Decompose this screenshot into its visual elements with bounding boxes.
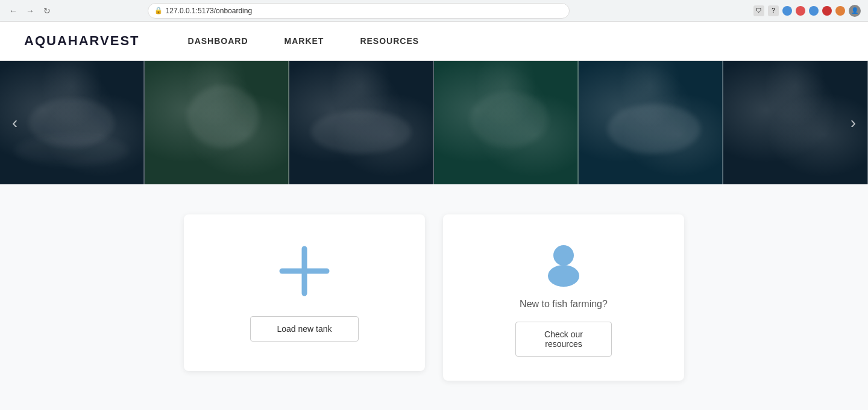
add-tank-card: Load new tank [184, 214, 425, 371]
nav-forward-button[interactable]: → [24, 5, 36, 17]
hero-section: ‹ › [0, 61, 868, 184]
resources-card: New to fish farming? Check our resources [443, 214, 684, 381]
svg-point-2 [553, 245, 574, 266]
ext-icon-blue2[interactable] [809, 6, 819, 16]
nav-refresh-button[interactable]: ↻ [41, 5, 53, 17]
load-new-tank-button[interactable]: Load new tank [250, 316, 359, 342]
nav-link-resources[interactable]: RESOURCES [360, 34, 419, 48]
nav-back-button[interactable]: ← [7, 5, 19, 17]
ext-icon-1[interactable]: ⛉ [753, 5, 764, 16]
ext-icon-2[interactable]: ? [768, 5, 779, 16]
main-content: Load new tank New to fish farming? Check… [0, 184, 868, 410]
nav-link-dashboard[interactable]: DASHBOARD [188, 34, 248, 48]
tank-visual-3 [289, 61, 434, 184]
tank-visual-1 [0, 61, 145, 184]
nav-link-market[interactable]: MARKET [285, 34, 324, 48]
ext-icon-red1[interactable] [796, 6, 805, 16]
check-resources-button[interactable]: Check our resources [515, 322, 612, 357]
lock-icon: 🔒 [154, 7, 163, 14]
ext-icon-orange[interactable] [835, 6, 845, 16]
browser-extension-icons: ⛉ ? 👤 [753, 5, 861, 17]
person-icon [539, 239, 588, 287]
svg-point-3 [548, 265, 579, 287]
app-navbar: AquaHarvest DASHBOARD MARKET RESOURCES [0, 22, 868, 61]
ext-icon-red2[interactable] [822, 6, 832, 16]
hero-visual [0, 61, 868, 184]
tank-visual-6 [723, 61, 868, 184]
ext-icon-avatar[interactable]: 👤 [849, 5, 861, 17]
hero-prev-button[interactable]: ‹ [12, 113, 17, 133]
browser-chrome: ← → ↻ 🔒 127.0.0.1:5173/onboarding ⛉ ? 👤 [0, 0, 868, 22]
address-bar[interactable]: 🔒 127.0.0.1:5173/onboarding [148, 3, 570, 19]
nav-links: DASHBOARD MARKET RESOURCES [188, 34, 420, 48]
app-logo[interactable]: AquaHarvest [24, 33, 140, 49]
plus-icon [277, 244, 332, 298]
tank-visual-2 [145, 61, 289, 184]
address-text: 127.0.0.1:5173/onboarding [166, 7, 252, 15]
resources-subtitle: New to fish farming? [520, 299, 608, 310]
ext-icon-blue[interactable] [782, 6, 792, 16]
tank-visual-4 [434, 61, 579, 184]
tank-visual-5 [579, 61, 723, 184]
hero-next-button[interactable]: › [851, 113, 856, 133]
